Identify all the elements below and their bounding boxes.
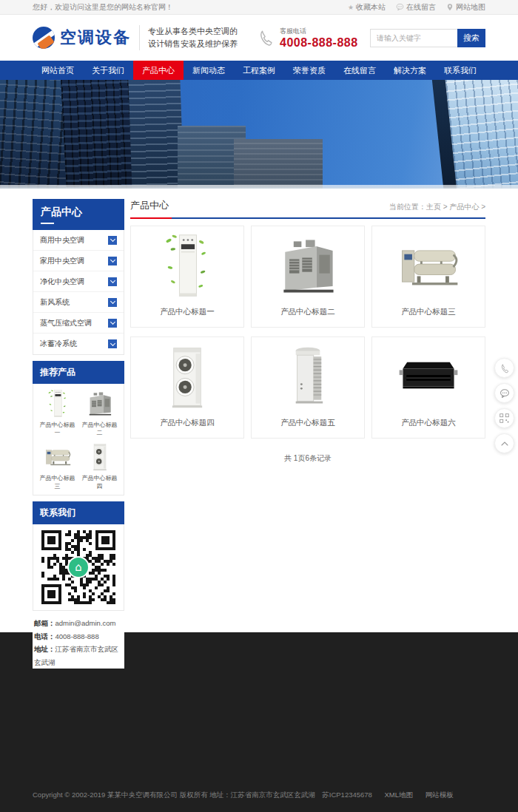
product-image (393, 231, 464, 302)
back-to-top-button[interactable] (494, 433, 514, 453)
product-thumb (84, 441, 116, 473)
site-header: 空调设备 专业从事各类中央空调的 设计销售安装及维护保养 客服电话 4008-8… (0, 15, 518, 61)
hero-building (234, 139, 323, 189)
breadcrumb[interactable]: 当前位置：主页 > 产品中心 > (389, 202, 485, 212)
nav-item-honors[interactable]: 荣誉资质 (284, 61, 334, 80)
chevron-down-icon[interactable] (108, 298, 117, 307)
nav-item-message[interactable]: 在线留言 (334, 61, 385, 80)
contact-phone-row: 电话：4008-888-888 (34, 630, 123, 643)
service-phone: 客服电话 4008-888-888 (257, 27, 358, 50)
main-nav: 网站首页 关于我们 产品中心 新闻动态 工程案例 荣誉资质 在线留言 解决方案 … (0, 61, 518, 80)
bookmark-site-link[interactable]: ★ 收藏本站 (348, 2, 386, 13)
recommended-item[interactable]: 产品中心标题二 (79, 388, 120, 440)
recommended-item[interactable]: 产品中心标题一 (37, 388, 78, 440)
nav-item-cases[interactable]: 工程案例 (234, 61, 284, 80)
sidebar-item-ice-storage[interactable]: 冰蓄冷系统 (33, 334, 124, 354)
sidebar-item-purification-ac[interactable]: 净化中央空调 (33, 271, 124, 292)
xml-sitemap-link[interactable]: XML地图 (385, 791, 414, 799)
recommended-title: 推荐产品 (33, 361, 124, 384)
product-image (272, 342, 343, 413)
chevron-down-icon[interactable] (108, 236, 117, 245)
sidebar-item-home-ac[interactable]: 家用中央空调 (33, 251, 124, 271)
hero-building (445, 80, 518, 189)
recommended-item[interactable]: 产品中心标题三 (37, 441, 78, 493)
contact-address-row: 地址：江苏省南京市玄武区玄武湖 (34, 643, 123, 669)
top-bar: 您好，欢迎访问这里是您的网站名称官网！ ★ 收藏本站 在线留言 网站地图 (0, 0, 518, 15)
product-image (393, 342, 464, 413)
content-area: 产品中心 当前位置：主页 > 产品中心 > 产品中心标题一 产品中心标题二 产品… (130, 199, 485, 669)
chevron-down-icon[interactable] (108, 277, 117, 286)
nav-item-solutions[interactable]: 解决方案 (385, 61, 435, 80)
nav-item-about[interactable]: 关于我们 (83, 61, 133, 80)
contact-email-row: 邮箱：admin@admin.com (34, 617, 123, 630)
map-pin-icon (446, 3, 454, 11)
search-input[interactable] (370, 29, 457, 47)
qr-house-icon: ⌂ (67, 556, 90, 578)
float-chat-button[interactable] (494, 383, 514, 403)
contact-title: 联系我们 (33, 501, 124, 524)
main-content: 产品中心 商用中央空调 家用中央空调 净化中央空调 (0, 189, 518, 632)
chevron-up-icon (500, 439, 509, 448)
sitemap-link[interactable]: 网站地图 (446, 2, 485, 13)
float-phone-button[interactable] (494, 358, 514, 378)
contact-block: 联系我们 ⌂ (33, 501, 124, 669)
product-thumb (41, 441, 74, 473)
sidebar-item-commercial-ac[interactable]: 商用中央空调 (33, 230, 124, 251)
site-template-link[interactable]: 网站模板 (426, 791, 454, 799)
page-title: 产品中心 (130, 199, 169, 212)
sidebar-item-vapor-compression[interactable]: 蒸气压缩式空调 (33, 313, 124, 334)
sitemap-label: 网站地图 (456, 2, 485, 13)
product-image (152, 231, 223, 302)
title-underline (41, 223, 54, 224)
recommended-item[interactable]: 产品中心标题四 (79, 441, 120, 493)
recommended-block: 推荐产品 产品中心标题一 产品中心标题二 产品中心标题三 (33, 361, 124, 495)
chevron-down-icon[interactable] (108, 319, 117, 328)
nav-item-news[interactable]: 新闻动态 (184, 61, 234, 80)
sidebar-item-fresh-air[interactable]: 新风系统 (33, 292, 124, 313)
bookmark-site-label: 收藏本站 (356, 2, 386, 13)
slogan: 专业从事各类中央空调的 设计销售安装及维护保养 (148, 25, 238, 50)
product-image (272, 231, 343, 302)
hero-banner (0, 80, 518, 189)
page: 您好，欢迎访问这里是您的网站名称官网！ ★ 收藏本站 在线留言 网站地图 (0, 0, 518, 812)
chat-icon (396, 3, 404, 11)
product-card-2[interactable]: 产品中心标题二 (251, 226, 365, 328)
qr-icon (500, 413, 509, 423)
search-button[interactable]: 搜索 (457, 29, 485, 47)
product-menu-title: 产品中心 (41, 206, 116, 219)
contact-info: 邮箱：admin@admin.com 电话：4008-888-888 地址：江苏… (33, 611, 124, 669)
phone-icon (500, 363, 510, 373)
nav-item-home[interactable]: 网站首页 (33, 61, 83, 80)
product-card-6[interactable]: 产品中心标题六 (371, 336, 485, 439)
logo-icon[interactable] (33, 27, 55, 49)
hero-building (128, 80, 184, 189)
online-message-link[interactable]: 在线留言 (396, 2, 436, 13)
chat-icon (500, 388, 510, 399)
online-message-label: 在线留言 (406, 2, 436, 13)
qr-code: ⌂ (41, 530, 115, 604)
phone-number: 4008-888-888 (280, 36, 358, 50)
sidebar: 产品中心 商用中央空调 家用中央空调 净化中央空调 (33, 199, 124, 669)
nav-item-contact[interactable]: 联系我们 (435, 61, 485, 80)
floating-toolbar (494, 358, 514, 453)
product-card-5[interactable]: 产品中心标题五 (251, 336, 365, 439)
logo-text[interactable]: 空调设备 (60, 27, 131, 49)
product-grid: 产品中心标题一 产品中心标题二 产品中心标题三 产品中心标题四 (130, 226, 485, 439)
float-qr-button[interactable] (494, 408, 514, 428)
product-card-3[interactable]: 产品中心标题三 (371, 226, 485, 328)
slogan-line-1: 专业从事各类中央空调的 (148, 25, 238, 38)
chevron-down-icon[interactable] (108, 257, 117, 265)
chevron-down-icon[interactable] (108, 339, 117, 348)
product-thumb (84, 388, 116, 419)
section-header: 产品中心 当前位置：主页 > 产品中心 > (130, 199, 485, 219)
welcome-text: 您好，欢迎访问这里是您的网站名称官网！ (33, 2, 173, 13)
product-card-4[interactable]: 产品中心标题四 (130, 336, 244, 439)
contact-phone-value: 4008-888-888 (56, 632, 99, 640)
nav-item-products[interactable]: 产品中心 (133, 61, 184, 80)
logo-divider (139, 25, 140, 50)
product-thumb (41, 388, 74, 419)
star-icon: ★ (348, 4, 354, 11)
pagination: 共 1页6条记录 (130, 453, 485, 464)
product-card-1[interactable]: 产品中心标题一 (130, 226, 244, 328)
search-bar: 搜索 (370, 29, 485, 47)
